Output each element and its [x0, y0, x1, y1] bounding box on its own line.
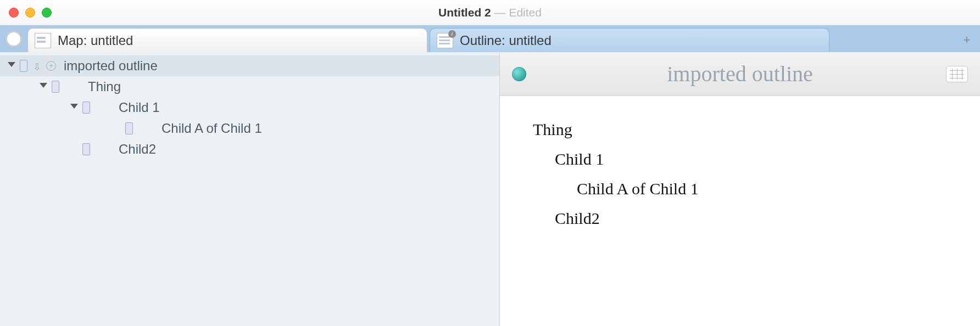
- disclosure-triangle-icon[interactable]: [40, 83, 47, 91]
- tree-row-label: Child A of Child 1: [162, 121, 262, 136]
- traffic-lights: [0, 8, 52, 18]
- add-tab-button[interactable]: +: [958, 28, 976, 52]
- tab-label: Outline: untitled: [460, 33, 552, 48]
- tree-row-label: Child 1: [119, 100, 160, 115]
- tree-row-label: imported outline: [64, 58, 158, 74]
- focus-indicator-icon[interactable]: [5, 31, 22, 47]
- note-badge-icon: [82, 143, 90, 155]
- window-close-button[interactable]: [9, 8, 19, 18]
- tree-row-thing[interactable]: Thing: [0, 76, 499, 97]
- plus-icon: +: [964, 33, 971, 47]
- disclosure-triangle-icon[interactable]: [70, 104, 78, 111]
- window-minimize-button[interactable]: [25, 8, 35, 18]
- window-zoom-button[interactable]: [42, 8, 52, 18]
- content-line: Thing: [533, 120, 947, 139]
- tree-row-child2[interactable]: Child2: [0, 139, 499, 160]
- tree-row-label: Child2: [119, 142, 156, 157]
- note-badge-icon: [82, 102, 90, 114]
- note-badge-icon: [20, 60, 27, 72]
- document-name: Untitled 2: [438, 6, 491, 19]
- tab-map[interactable]: Map: untitled: [27, 28, 427, 52]
- detail-pane: imported outline Thing Child 1 Child A o…: [500, 52, 980, 326]
- note-color-swatch-icon[interactable]: [512, 67, 526, 81]
- window-title: Untitled 2 — Edited: [438, 6, 542, 19]
- content-line: Child 1: [533, 150, 947, 168]
- down-arrow-icon[interactable]: ⇩: [32, 61, 42, 71]
- tree-row-child1[interactable]: Child 1: [0, 97, 499, 118]
- attributes-table-button[interactable]: [946, 66, 968, 82]
- tree-row-child-a[interactable]: Child A of Child 1: [0, 118, 499, 139]
- map-view-icon: [35, 33, 51, 48]
- disclosure-triangle-icon[interactable]: [8, 62, 15, 70]
- detail-title[interactable]: imported outline: [667, 61, 813, 87]
- window-titlebar: Untitled 2 — Edited: [0, 0, 980, 25]
- note-badge-icon: [52, 81, 59, 93]
- tab-well-indicator: [0, 25, 27, 52]
- tab-label: Map: untitled: [58, 33, 133, 48]
- edited-indicator: — Edited: [491, 6, 542, 19]
- detail-header: imported outline: [500, 52, 980, 96]
- content-line: Child A of Child 1: [533, 179, 947, 198]
- tab-bar: Map: untitled i Outline: untitled +: [0, 25, 980, 52]
- tree-row-imported-outline[interactable]: ⇩ + imported outline: [0, 55, 499, 76]
- note-badge-icon: [125, 122, 133, 134]
- outline-tree-pane: ⇩ + imported outline Thing Child 1 Child…: [0, 52, 500, 326]
- tab-outline[interactable]: i Outline: untitled: [430, 28, 829, 52]
- tree-row-label: Thing: [88, 79, 121, 94]
- detail-content[interactable]: Thing Child 1 Child A of Child 1 Child2: [500, 96, 980, 263]
- add-child-icon[interactable]: +: [46, 61, 56, 71]
- info-badge-icon: i: [448, 30, 456, 38]
- outline-view-icon: i: [437, 33, 453, 48]
- main-split: ⇩ + imported outline Thing Child 1 Child…: [0, 52, 980, 326]
- content-line: Child2: [533, 209, 947, 228]
